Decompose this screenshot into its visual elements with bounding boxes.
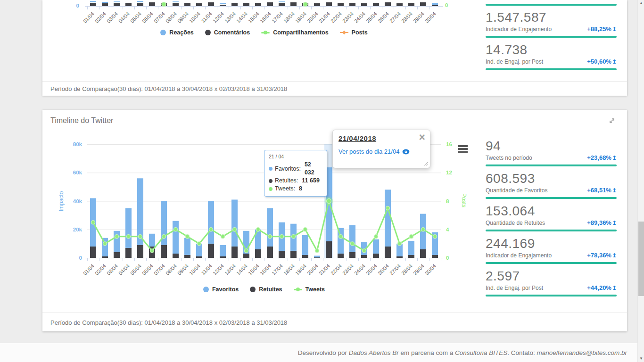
- svg-text:03/04: 03/04: [106, 11, 119, 24]
- footer-text: Desenvolvido por: [298, 349, 349, 356]
- scroll-down-icon[interactable]: ▼: [638, 355, 644, 362]
- twitter-chart-legend: Favoritos Retuites Tweets: [87, 286, 441, 293]
- legend-label: Compartilhamentos: [273, 29, 328, 36]
- stat-underline: [486, 295, 617, 296]
- svg-text:15/04: 15/04: [247, 263, 260, 276]
- stat-retuites-count: 153.064 Quantidade de Retuites +89,36%↥: [486, 204, 617, 231]
- svg-text:16/04: 16/04: [259, 263, 272, 276]
- svg-text:0: 0: [79, 255, 82, 261]
- stat-underline: [486, 4, 617, 6]
- svg-text:10/04: 10/04: [188, 11, 201, 24]
- trend-up-icon: ↥: [612, 58, 617, 65]
- svg-text:12: 12: [446, 170, 452, 175]
- stat-label: Ind. de Engaj. por Post: [486, 58, 543, 65]
- legend-label: Reações: [169, 29, 193, 36]
- svg-text:29/04: 29/04: [412, 11, 425, 24]
- stat-tweets-period: 94 Tweets no período +23,68%↥: [486, 139, 617, 166]
- svg-text:05/04: 05/04: [129, 11, 142, 24]
- stat-change: +23,68%↥: [587, 154, 617, 161]
- legend-item-reacoes[interactable]: Reações: [160, 29, 193, 36]
- stat-value: 608.593: [486, 172, 617, 186]
- legend-item-retuites[interactable]: Retuites: [250, 286, 282, 293]
- stat-change: +78,36%↥: [587, 252, 617, 259]
- stat-label: Ind. de Engaj. por Post: [486, 285, 543, 291]
- stat-change: +68,51%↥: [587, 187, 617, 194]
- stat-favoritos-count: 608.593 Quantidade de Favoritos +68,51%↥: [486, 172, 617, 199]
- svg-text:11/04: 11/04: [200, 263, 213, 276]
- svg-text:26/04: 26/04: [377, 11, 390, 24]
- scroll-up-icon[interactable]: ▲: [638, 0, 644, 7]
- svg-text:20/04: 20/04: [306, 263, 319, 276]
- page-footer: Desenvolvido por Dados Abertos Br em par…: [0, 343, 637, 362]
- stat-change: +44,20%↥: [587, 284, 617, 291]
- stat-underline: [486, 165, 617, 166]
- resize-handle-icon[interactable]: [423, 161, 428, 166]
- legend-label: Retuites: [259, 286, 282, 293]
- tooltip-row-retuites: Retuites:11 659: [269, 177, 322, 185]
- svg-text:15/04: 15/04: [247, 11, 260, 24]
- popup-date-title: 21/04/2018: [339, 134, 376, 142]
- svg-text:0: 0: [76, 3, 79, 8]
- svg-text:30/04: 30/04: [424, 11, 437, 24]
- legend-item-compartilhamentos[interactable]: Compartilhamentos: [261, 29, 328, 36]
- svg-text:12/04: 12/04: [212, 11, 225, 24]
- twitter-stats-column: 94 Tweets no período +23,68%↥ 608.593 Qu…: [486, 110, 617, 331]
- posts-marker-icon: [340, 32, 348, 33]
- svg-text:30/04: 30/04: [424, 263, 437, 276]
- footer-contact-email[interactable]: manoelfernandes@bites.com.br: [537, 349, 627, 356]
- tooltip-date: 21 / 04: [269, 154, 322, 159]
- browser-scrollbar[interactable]: ▲ ▼: [637, 0, 644, 362]
- facebook-chart-legend: Reações Comentários Compartilhamentos Po…: [87, 29, 441, 36]
- trend-up-icon: ↥: [612, 220, 617, 226]
- legend-item-posts[interactable]: Posts: [340, 29, 368, 36]
- footer-text: em parceria com a: [399, 349, 455, 356]
- svg-text:09/04: 09/04: [176, 263, 190, 276]
- close-icon[interactable]: ×: [419, 131, 425, 144]
- twitter-timeline-card: Timeline do Twitter 0020k440k860k1280k16…: [42, 110, 627, 331]
- trend-up-icon: ↥: [612, 155, 617, 161]
- view-posts-link[interactable]: Ver posts do dia 21/04: [339, 148, 410, 155]
- svg-text:20k: 20k: [73, 227, 83, 232]
- svg-text:8: 8: [446, 198, 449, 204]
- stat-value: 14.738: [486, 43, 617, 57]
- svg-text:14/04: 14/04: [235, 11, 248, 24]
- tweets-line[interactable]: [93, 201, 435, 251]
- stat-value: 2.597: [486, 269, 617, 283]
- legend-item-tweets[interactable]: Tweets: [294, 286, 325, 293]
- chart-menu-button[interactable]: [458, 145, 468, 153]
- trend-up-icon: ↥: [612, 26, 617, 33]
- comparison-period-text: Período de Comparação(30 dias): 01/04/20…: [50, 319, 287, 326]
- svg-text:02/04: 02/04: [94, 11, 107, 24]
- stat-underline: [486, 197, 617, 199]
- chart-tooltip: 21 / 04 Favoritos:52 032 Retuites:11 659…: [264, 150, 327, 197]
- stat-value: 94: [486, 139, 617, 153]
- scrollbar-thumb[interactable]: [638, 222, 644, 296]
- svg-text:28/04: 28/04: [400, 263, 413, 276]
- facebook-timeline-card: 01/0402/0403/0404/0405/0406/0407/0408/04…: [42, 0, 627, 96]
- svg-text:08/04: 08/04: [165, 263, 178, 276]
- svg-text:13/04: 13/04: [223, 11, 237, 24]
- compartilhamentos-marker-icon: [261, 32, 270, 33]
- svg-text:28/04: 28/04: [400, 11, 413, 24]
- svg-text:19/04: 19/04: [294, 263, 307, 276]
- stat-value: 1.547.587: [486, 10, 617, 25]
- stat-engagement-indicator: 1.547.587 Indicador de Engajamento +88,2…: [486, 10, 617, 38]
- legend-item-favoritos[interactable]: Favoritos: [203, 286, 239, 293]
- stat-value: 244.169: [486, 237, 617, 251]
- eye-icon[interactable]: [402, 149, 410, 155]
- stat-underline: [486, 68, 617, 70]
- svg-text:25/04: 25/04: [365, 263, 378, 276]
- svg-text:27/04: 27/04: [388, 11, 402, 24]
- svg-text:21/04: 21/04: [318, 263, 331, 276]
- retuites-marker-icon: [250, 287, 256, 292]
- favoritos-dot-icon: [269, 167, 272, 171]
- footer-brand-dados-abertos: Dados Abertos Br: [349, 349, 399, 356]
- stat-engagement-indicator: 244.169 Indicador de Engajamento +78,36%…: [486, 237, 617, 264]
- svg-text:Impacto: Impacto: [58, 191, 65, 211]
- trend-up-icon: ↥: [612, 285, 617, 291]
- legend-item-comentarios[interactable]: Comentários: [205, 29, 250, 36]
- svg-text:80k: 80k: [73, 141, 83, 147]
- footer-text: . Contato:: [507, 349, 537, 356]
- comparison-period-text: Período de Comparação(30 dias): 01/04/20…: [50, 85, 287, 92]
- stat-underline: [486, 36, 617, 38]
